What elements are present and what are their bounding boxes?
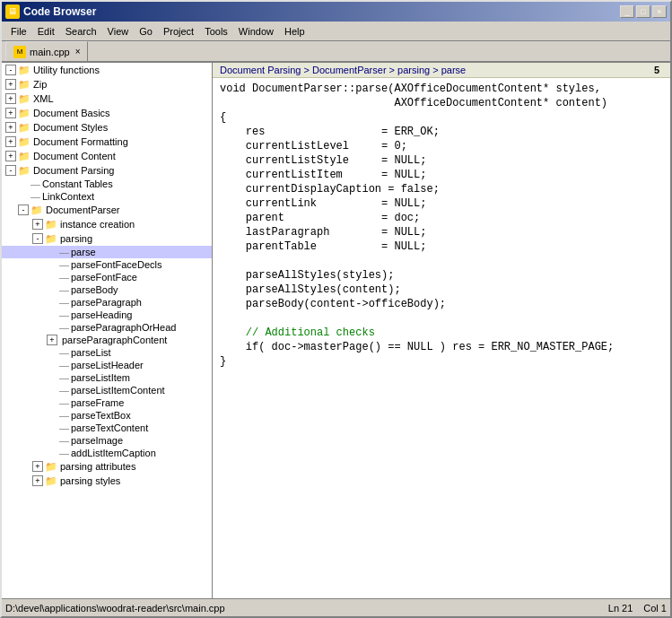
- sidebar-item-parseparagraphorhead[interactable]: — parseParagraphOrHead: [2, 321, 212, 334]
- menu-go[interactable]: Go: [134, 24, 158, 39]
- menu-window[interactable]: Window: [233, 24, 279, 39]
- sidebar-item-parseparagraphcontent[interactable]: + parseParagraphContent: [2, 334, 212, 346]
- sidebar-label: parsing attributes: [60, 461, 135, 472]
- sidebar-item-instance-creation[interactable]: + 📁 instance creation: [2, 217, 212, 231]
- sidebar-item-utility-functions[interactable]: - 📁 Utility functions: [2, 63, 212, 77]
- expand-icon[interactable]: -: [32, 233, 43, 244]
- menu-bar: File Edit Search View Go Project Tools W…: [2, 22, 670, 41]
- expand-icon[interactable]: +: [5, 79, 16, 90]
- tab-main-cpp[interactable]: M main.cpp ×: [5, 41, 88, 61]
- sidebar-item-parseparagraph[interactable]: — parseParagraph: [2, 296, 212, 309]
- sidebar-label: instance creation: [60, 219, 135, 230]
- menu-help[interactable]: Help: [279, 24, 310, 39]
- code-line: parent = doc;: [220, 211, 663, 225]
- sidebar-item-parsebody[interactable]: — parseBody: [2, 283, 212, 296]
- sidebar-item-xml[interactable]: + 📁 XML: [2, 91, 212, 106]
- sidebar-item-parse[interactable]: — parse: [2, 246, 212, 258]
- sidebar-item-parselist[interactable]: — parseList: [2, 346, 212, 359]
- sidebar-item-document-parsing[interactable]: - 📁 Document Parsing: [2, 163, 212, 178]
- sidebar-item-constant-tables[interactable]: — Constant Tables: [2, 178, 212, 190]
- sidebar-item-document-styles[interactable]: + 📁 Document Styles: [2, 120, 212, 135]
- sidebar-item-parseframe[interactable]: — parseFrame: [2, 396, 212, 409]
- expand-icon[interactable]: -: [5, 65, 16, 75]
- sidebar-item-parselistitemcontent[interactable]: — parseListItemContent: [2, 384, 212, 396]
- sidebar-label: parseListItemContent: [71, 385, 165, 396]
- minimize-button[interactable]: _: [620, 5, 634, 18]
- expand-icon[interactable]: +: [32, 475, 43, 486]
- code-line: currentLink = NULL;: [220, 196, 663, 211]
- maximize-button[interactable]: □: [636, 5, 650, 18]
- tab-bar: M main.cpp ×: [2, 41, 670, 63]
- sidebar[interactable]: - 📁 Utility functions + 📁 Zip + 📁 XML + …: [2, 63, 213, 598]
- sidebar-item-parselistitem[interactable]: — parseListItem: [2, 371, 212, 384]
- menu-project[interactable]: Project: [158, 24, 199, 39]
- sidebar-item-parsing-styles[interactable]: + 📁 parsing styles: [2, 474, 212, 488]
- folder-icon: 📁: [18, 135, 31, 148]
- code-line: }: [220, 354, 663, 369]
- sidebar-item-addlistitemcaption[interactable]: — addListItemCaption: [2, 447, 212, 459]
- sidebar-label: parseListItem: [71, 372, 130, 383]
- expand-icon[interactable]: +: [32, 219, 43, 230]
- code-line: parseAllStyles(styles);: [220, 268, 663, 283]
- menu-file[interactable]: File: [5, 24, 32, 39]
- sidebar-item-parsetextbox[interactable]: — parseTextBox: [2, 409, 212, 422]
- expand-icon[interactable]: +: [5, 93, 16, 104]
- status-col: Col 1: [643, 603, 667, 614]
- menu-edit[interactable]: Edit: [32, 24, 60, 39]
- expand-icon[interactable]: +: [32, 461, 43, 472]
- expand-icon[interactable]: +: [5, 151, 16, 161]
- sidebar-label: Zip: [33, 79, 47, 90]
- code-line: void DocumentParser::parse(AXOfficeDocum…: [220, 82, 663, 96]
- code-line: {: [220, 110, 663, 125]
- code-line: [220, 311, 663, 326]
- tab-close-button[interactable]: ×: [75, 47, 81, 57]
- sidebar-item-documentparser[interactable]: - 📁 DocumentParser: [2, 203, 212, 217]
- title-bar: 🖥 Code Browser _ □ ×: [2, 2, 670, 22]
- expand-icon[interactable]: +: [5, 136, 16, 147]
- sidebar-item-parsing[interactable]: - 📁 parsing: [2, 231, 212, 246]
- menu-view[interactable]: View: [102, 24, 135, 39]
- folder-icon: 📁: [18, 78, 31, 91]
- code-line: currentListLevel = 0;: [220, 139, 663, 153]
- sidebar-item-parsefontface[interactable]: — parseFontFace: [2, 271, 212, 283]
- code-line: // Additional checks: [220, 326, 663, 340]
- sidebar-label: parseImage: [71, 435, 123, 446]
- sidebar-item-document-content[interactable]: + 📁 Document Content: [2, 149, 212, 163]
- sidebar-item-parsefontfacedecls[interactable]: — parseFontFaceDecls: [2, 258, 212, 271]
- code-view[interactable]: void DocumentParser::parse(AXOfficeDocum…: [213, 78, 670, 598]
- status-path: D:\devel\applications\woodrat-reader\src…: [5, 603, 608, 614]
- code-area: Document Parsing > DocumentParser > pars…: [213, 63, 670, 598]
- sidebar-item-parsing-attributes[interactable]: + 📁 parsing attributes: [2, 459, 212, 474]
- close-button[interactable]: ×: [652, 5, 667, 18]
- sidebar-label: parseFontFaceDecls: [71, 259, 162, 270]
- sidebar-label: parseParagraph: [71, 297, 142, 308]
- breadcrumb-bar: Document Parsing > DocumentParser > pars…: [213, 63, 670, 78]
- sidebar-item-zip[interactable]: + 📁 Zip: [2, 77, 212, 91]
- folder-icon: 📁: [45, 218, 57, 231]
- sidebar-label: Document Styles: [33, 122, 108, 133]
- sidebar-item-linkcontext[interactable]: — LinkContext: [2, 190, 212, 203]
- menu-search[interactable]: Search: [60, 24, 102, 39]
- expand-icon[interactable]: -: [5, 165, 16, 176]
- sidebar-label: DocumentParser: [46, 205, 120, 215]
- menu-tools[interactable]: Tools: [199, 24, 233, 39]
- expand-icon[interactable]: +: [47, 335, 57, 345]
- code-line: parseAllStyles(content);: [220, 283, 663, 297]
- sidebar-label: addListItemCaption: [71, 448, 156, 458]
- folder-icon: 📁: [45, 474, 57, 487]
- sidebar-item-parsetextcontent[interactable]: — parseTextContent: [2, 422, 212, 434]
- expand-icon[interactable]: +: [5, 122, 16, 133]
- sidebar-item-document-formatting[interactable]: + 📁 Document Formatting: [2, 135, 212, 149]
- code-line: parseBody(content->officeBody);: [220, 297, 663, 311]
- sidebar-label: Document Basics: [33, 108, 110, 118]
- expand-icon[interactable]: -: [18, 205, 29, 215]
- sidebar-label: parseList: [71, 347, 111, 358]
- sidebar-item-parseheading[interactable]: — parseHeading: [2, 309, 212, 321]
- code-line: lastParagraph = NULL;: [220, 225, 663, 239]
- expand-icon[interactable]: +: [5, 108, 16, 118]
- sidebar-item-parseimage[interactable]: — parseImage: [2, 434, 212, 447]
- sidebar-label: Document Parsing: [33, 165, 115, 176]
- sidebar-label: parseTextBox: [71, 410, 131, 421]
- sidebar-item-parselistheader[interactable]: — parseListHeader: [2, 359, 212, 371]
- sidebar-item-document-basics[interactable]: + 📁 Document Basics: [2, 106, 212, 120]
